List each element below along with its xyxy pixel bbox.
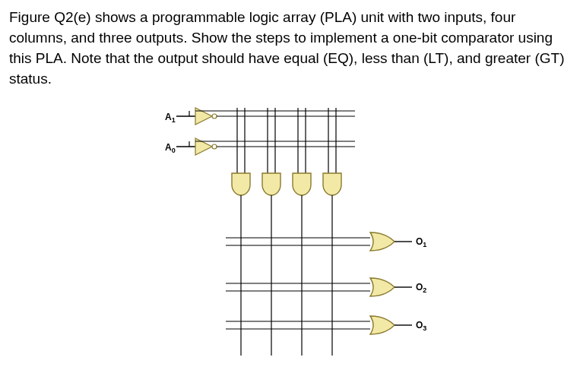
output-o3-label: O3 [416,320,426,332]
input-a1-label: A1 [165,112,176,124]
pla-diagram: A1 A0 [142,97,439,378]
or-gate-o1 [370,232,412,251]
and-gate-4 [323,173,341,195]
input-a0-label: A0 [165,142,176,154]
output-o2-label: O2 [416,282,426,294]
or-gate-o2 [370,278,412,296]
figure-container: A1 A0 [9,97,571,392]
output-o1-label: O1 [416,236,426,248]
and-gate-3 [293,173,311,195]
and-gate-2 [262,173,280,195]
and-gate-1 [232,173,250,195]
inverter-a0 [195,138,212,155]
svg-point-1 [212,114,217,119]
or-gate-o3 [370,316,412,334]
inverter-a1 [195,108,212,125]
figure-caption: Figure Q2(e) [9,389,571,392]
svg-point-6 [212,144,217,149]
question-text: Figure Q2(e) shows a programmable logic … [9,8,571,90]
